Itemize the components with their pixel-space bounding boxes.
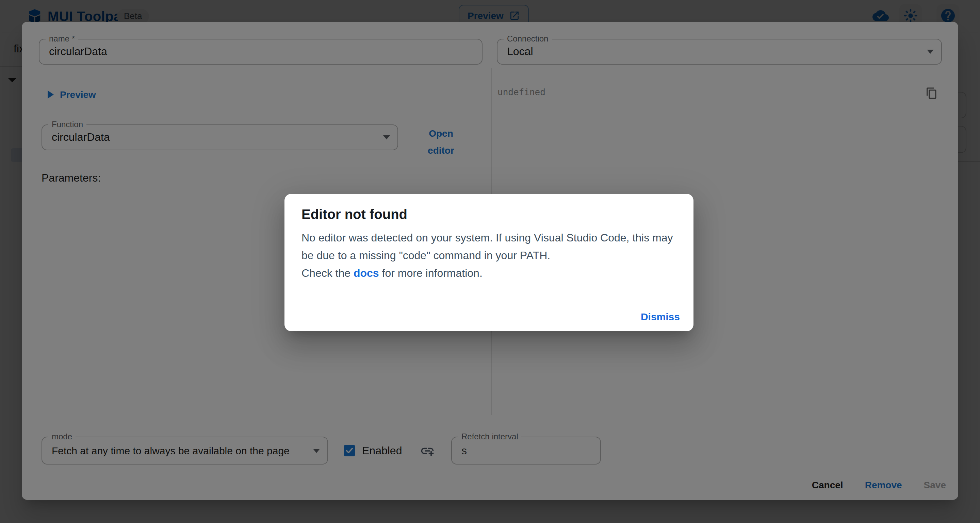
modal-body-text: No editor was detected on your system. I… [301, 232, 673, 261]
modal-body: No editor was detected on your system. I… [301, 229, 680, 282]
docs-link[interactable]: docs [353, 267, 379, 279]
screen: MUI Toolpad Beta Preview [0, 0, 980, 523]
modal-check-suffix: for more information. [379, 267, 482, 279]
modal-check-prefix: Check the [301, 267, 353, 279]
dismiss-button[interactable]: Dismiss [641, 311, 680, 322]
editor-not-found-modal: Editor not found No editor was detected … [285, 194, 694, 331]
modal-title: Editor not found [301, 207, 407, 222]
